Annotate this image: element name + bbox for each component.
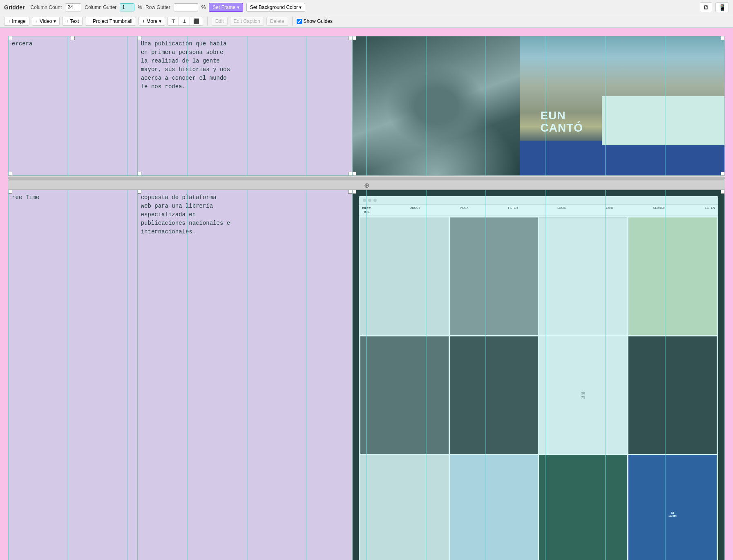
handle-br3[interactable] (721, 172, 725, 176)
canvas-background[interactable]: ercera Una publicación que hablaen prime… (0, 28, 733, 560)
add-text-button[interactable]: + Text (62, 17, 83, 26)
mockup-grid: 3075 SLEEP 80 M123456 (360, 217, 717, 560)
handle-r2-tr3[interactable] (721, 190, 725, 194)
add-image-button[interactable]: + Image (4, 17, 29, 26)
set-background-color-button[interactable]: Set Background Color ▾ (246, 3, 306, 12)
align-top-button[interactable]: ⊤ (168, 17, 179, 25)
show-guides-text: Show Guides (304, 18, 333, 24)
align-buttons: ⊤ ⊥ ⬛ (168, 17, 203, 26)
grid-row-2: ree Time copuesta de plataformaweb para … (8, 190, 725, 560)
mockup-cell-6 (450, 336, 538, 454)
mockup-cell-4 (628, 217, 717, 335)
film-title-text: EUNCANTÓ (540, 110, 583, 134)
row-gutter-input[interactable] (174, 3, 198, 11)
handle-bl[interactable] (8, 172, 12, 176)
toolbar-divider2 (292, 17, 293, 26)
column-gutter-unit: % (138, 4, 142, 10)
mockup-cell-9: SLEEP 80 (360, 455, 449, 560)
handle-tr3[interactable] (721, 36, 725, 40)
mockup-nav-login: LOGIN (557, 206, 566, 214)
mockup-logo-free: FREETIME (362, 206, 371, 214)
cell-row2-col3[interactable]: FREETIME ABOUT INDEX FILTER LOGIN CART S… (352, 190, 725, 560)
mockup-cell-1 (360, 217, 449, 335)
toolbar-row2: + Image + Video ▾ + Text + Project Thumb… (0, 15, 733, 28)
cell-text-row2-col2: copuesta de plataformaweb para una libre… (138, 190, 352, 240)
edit-button[interactable]: Edit (212, 17, 228, 26)
image-left-bw (353, 36, 520, 175)
cell-row2-col2[interactable]: copuesta de plataformaweb para una libre… (137, 190, 352, 560)
column-count-label: Column Count (31, 4, 62, 10)
show-guides-checkbox[interactable] (297, 19, 302, 24)
mockup-content: 3075 SLEEP 80 M123456 (359, 216, 718, 560)
toolbar-divider (207, 17, 208, 26)
column-gutter-label: Column Gutter (85, 4, 116, 10)
row-divider[interactable]: ⊕ (8, 181, 725, 190)
mockup-dot2 (368, 199, 371, 202)
mockup-cell-8 (628, 336, 717, 454)
mockup-cell-7: 3075 (539, 336, 627, 454)
cell-text-row2-col1: ree Time (9, 190, 137, 205)
align-bottom-button[interactable]: ⬛ (190, 17, 203, 25)
handle-tl[interactable] (8, 36, 12, 40)
add-project-thumbnail-button[interactable]: + Project Thumbnail (85, 17, 136, 26)
mobile-view-button[interactable]: 📱 (715, 2, 729, 12)
handle-bl3[interactable] (352, 172, 356, 176)
image-composite: EUNCANTÓ (353, 36, 724, 175)
edit-caption-button[interactable]: Edit Caption (230, 17, 264, 26)
mockup-nav-filter: FILTER (508, 206, 518, 214)
grid-row-1: ercera Una publicación que hablaen prime… (8, 36, 725, 176)
mockup-nav-cart: CART (606, 206, 614, 214)
cell-text-row1-col2: Una publicación que hablaen primera pers… (138, 36, 352, 94)
mockup-nav-index: INDEX (460, 206, 468, 214)
desktop-view-button[interactable]: 🖥 (700, 2, 712, 12)
mockup-nav: FREETIME ABOUT INDEX FILTER LOGIN CART S… (359, 205, 718, 216)
desktop-icon: 🖥 (703, 4, 709, 11)
column-gutter-input[interactable] (120, 3, 134, 11)
mockup-cell-5 (360, 336, 449, 454)
mockup-nav-search: SEARCH (653, 206, 665, 214)
mockup-cell-10 (450, 455, 538, 560)
mockup-nav-about: ABOUT (410, 206, 420, 214)
handle-tm[interactable] (71, 36, 75, 40)
show-guides-label[interactable]: Show Guides (297, 18, 333, 24)
add-more-button[interactable]: + More ▾ (139, 17, 165, 26)
mockup-cell-3 (539, 217, 627, 335)
handle-tl3[interactable] (352, 36, 356, 40)
mockup-dot3 (373, 199, 377, 202)
handle-br2[interactable] (348, 172, 352, 176)
handle-bl2[interactable] (137, 172, 141, 176)
move-icon: ⊕ (364, 181, 369, 189)
mockup-cell-2 (450, 217, 538, 335)
scrollbar-thumb[interactable] (8, 177, 725, 180)
handle-r2-tr2[interactable] (348, 190, 352, 194)
toolbar-row1: Gridder Column Count Column Gutter % Row… (0, 0, 733, 15)
add-video-button[interactable]: + Video ▾ (32, 17, 60, 26)
handle-r2-tl[interactable] (8, 190, 12, 194)
image-right-color: EUNCANTÓ (520, 36, 724, 175)
mockup-dot1 (363, 199, 366, 202)
delete-button[interactable]: Delete (266, 17, 288, 26)
set-frame-button[interactable]: Set Frame ▾ (209, 3, 243, 12)
handle-r2-tl2[interactable] (137, 190, 141, 194)
cell-row1-col3[interactable]: EUNCANTÓ (352, 36, 725, 176)
horizontal-scrollbar[interactable] (8, 176, 725, 181)
handle-tl2[interactable] (137, 36, 141, 40)
canvas-area: ercera Una publicación que hablaen prime… (0, 28, 733, 560)
row-gutter-label: Row Gutter (145, 4, 170, 10)
align-middle-button[interactable]: ⊥ (179, 17, 190, 25)
mockup-cell-11 (539, 455, 627, 560)
handle-r2-tl3[interactable] (352, 190, 356, 194)
mockup-titlebar (359, 196, 718, 205)
cell-row2-col1[interactable]: ree Time (8, 190, 137, 560)
mockup-cell-12: M123456 (628, 455, 717, 560)
cell-row1-col2[interactable]: Una publicación que hablaen primera pers… (137, 36, 352, 176)
app-title: Gridder (4, 4, 25, 11)
cell-row1-col1[interactable]: ercera (8, 36, 137, 176)
row-gutter-unit: % (201, 4, 206, 10)
mobile-icon: 📱 (719, 4, 726, 11)
mockup-nav-lang: ES · EN (705, 206, 715, 214)
website-mockup: FREETIME ABOUT INDEX FILTER LOGIN CART S… (359, 196, 718, 560)
handle-tr2[interactable] (348, 36, 352, 40)
column-count-input[interactable] (65, 3, 81, 11)
